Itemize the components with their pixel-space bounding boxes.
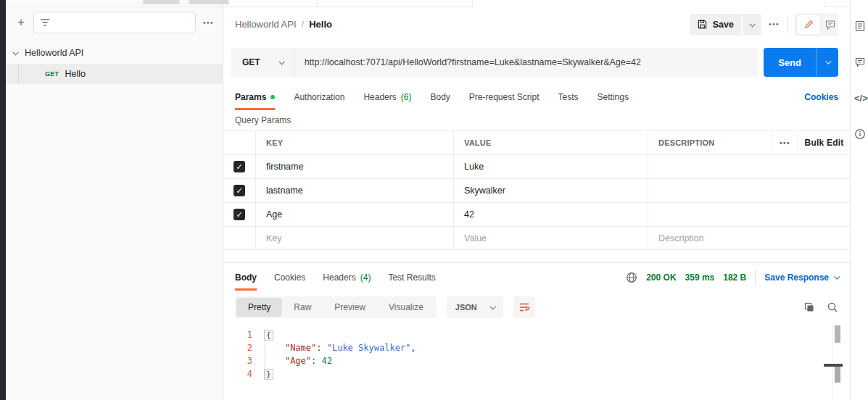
tab-response-headers[interactable]: Headers (4) [323, 264, 371, 291]
tab-tests[interactable]: Tests [558, 84, 579, 110]
key-cell[interactable]: firstname [255, 155, 453, 178]
comments-icon[interactable] [854, 57, 866, 68]
sidebar-toolbar: + ••• [6, 7, 223, 38]
globe-icon[interactable] [626, 272, 637, 283]
sidebar-item-request-hello[interactable]: GET Hello [6, 64, 223, 84]
header-key: KEY [255, 131, 453, 154]
breadcrumb-separator: / [302, 19, 305, 30]
save-options-button[interactable] [743, 14, 761, 36]
language-selector[interactable]: JSON [447, 296, 503, 318]
line-number: 4 [223, 367, 252, 380]
response-time: 359 ms [685, 272, 715, 283]
tab-count: (6) [401, 92, 412, 102]
sidebar-more-button[interactable]: ••• [203, 19, 214, 27]
chevron-down-icon [278, 59, 284, 64]
tab-authorization[interactable]: Authorization [294, 84, 344, 110]
json-string-value: "Luke Skywalker" [327, 343, 411, 353]
fold-guide [265, 339, 265, 380]
description-cell[interactable] [648, 179, 850, 202]
edit-button[interactable] [797, 15, 820, 34]
tab-headers[interactable]: Headers (6) [363, 84, 411, 110]
code-line: 1 { [223, 328, 850, 341]
value-cell[interactable]: Value [453, 227, 648, 249]
tab-test-results[interactable]: Test Results [388, 264, 435, 291]
tab-pre-request-script[interactable]: Pre-request Script [469, 84, 540, 110]
value-cell[interactable]: 42 [453, 203, 648, 226]
view-visualize[interactable]: Visualize [377, 298, 435, 317]
activity-strip [0, 0, 6, 400]
table-header-row: KEY VALUE DESCRIPTION ••• Bulk Edit [223, 130, 850, 154]
filter-icon [40, 18, 50, 27]
tabstrip-border [6, 7, 473, 7]
tab-response-body[interactable]: Body [235, 264, 257, 291]
tab-params[interactable]: Params [235, 84, 275, 110]
sidebar-filter-input[interactable] [54, 17, 189, 28]
send-options-button[interactable] [816, 48, 838, 77]
description-cell[interactable] [648, 203, 850, 226]
wrap-text-button[interactable] [513, 296, 535, 318]
save-button[interactable]: Save [690, 14, 743, 36]
view-raw[interactable]: Raw [282, 298, 323, 317]
scrollbar-track[interactable] [832, 323, 843, 400]
cookies-link[interactable]: Cookies [804, 92, 838, 102]
tab-response-cookies[interactable]: Cookies [274, 264, 305, 291]
comment-button[interactable] [824, 19, 836, 30]
code-line: 4 } [223, 367, 850, 380]
unsaved-dot [270, 95, 275, 99]
request-more-button[interactable]: ••• [769, 20, 780, 28]
context-rail: </> [850, 0, 868, 400]
table-row-placeholder: Key Value Description [223, 226, 850, 250]
view-pretty[interactable]: Pretty [236, 298, 282, 317]
sidebar-filter-box[interactable] [33, 12, 196, 33]
line-number: 3 [223, 354, 252, 367]
header-value: VALUE [453, 131, 648, 154]
tab-divider [472, 0, 473, 7]
request-editor-pane: Helloworld API / Hello Save [223, 0, 850, 400]
value-cell[interactable]: Luke [453, 155, 648, 178]
value-cell[interactable]: Skywalker [453, 179, 648, 202]
indent-guide [18, 64, 19, 84]
method-selector[interactable]: GET [231, 48, 294, 77]
description-cell[interactable] [648, 155, 850, 178]
description-cell[interactable]: Description [648, 227, 850, 249]
response-size: 182 B [723, 272, 746, 283]
key-cell[interactable]: Key [255, 227, 453, 249]
key-cell[interactable]: lastname [255, 179, 453, 202]
row-checkbox[interactable]: ✓ [233, 185, 245, 196]
scrollbar-thumb[interactable] [835, 367, 840, 383]
request-name: Hello [65, 69, 86, 79]
response-body-editor[interactable]: 1 { 2 "Name": "Luke Skywalker", 3 "Age":… [223, 323, 850, 400]
table-row: ✓ firstname Luke [223, 154, 850, 178]
params-more-button[interactable]: ••• [772, 131, 798, 154]
tab-label: Pre-request Script [469, 92, 540, 102]
search-icon[interactable] [827, 301, 838, 313]
tab-body[interactable]: Body [430, 84, 450, 110]
new-request-button[interactable]: + [13, 14, 29, 30]
breadcrumb-collection[interactable]: Helloworld API [235, 19, 297, 30]
row-checkbox[interactable]: ✓ [233, 161, 245, 172]
copy-icon[interactable] [803, 301, 815, 313]
header-description: DESCRIPTION [648, 131, 772, 154]
code-snippet-icon[interactable]: </> [854, 93, 868, 104]
tab-label: Test Results [388, 272, 435, 283]
breadcrumb-request[interactable]: Hello [309, 19, 332, 30]
request-header-actions: Save ••• [690, 13, 838, 36]
url-input[interactable] [294, 48, 759, 77]
tab-label: Body [430, 92, 450, 102]
chevron-down-icon [825, 58, 831, 64]
row-checkbox[interactable]: ✓ [233, 209, 245, 220]
chevron-down-icon [489, 304, 495, 309]
view-preview[interactable]: Preview [323, 298, 377, 317]
info-icon[interactable] [854, 128, 866, 140]
bulk-edit-button[interactable]: Bulk Edit [798, 131, 850, 154]
key-cell[interactable]: Age [255, 203, 453, 226]
scrollbar-thumb[interactable] [835, 325, 840, 343]
sidebar-item-collection[interactable]: Helloworld API [6, 42, 223, 64]
postman-app: + ••• Helloworld API GET Hello [0, 0, 868, 400]
tab-label: Authorization [294, 92, 344, 102]
save-response-button[interactable]: Save Response [764, 272, 838, 283]
send-button[interactable]: Send [764, 48, 816, 77]
request-header-row: Helloworld API / Hello Save [223, 7, 850, 42]
documentation-icon[interactable] [854, 20, 866, 32]
tab-settings[interactable]: Settings [598, 84, 629, 110]
